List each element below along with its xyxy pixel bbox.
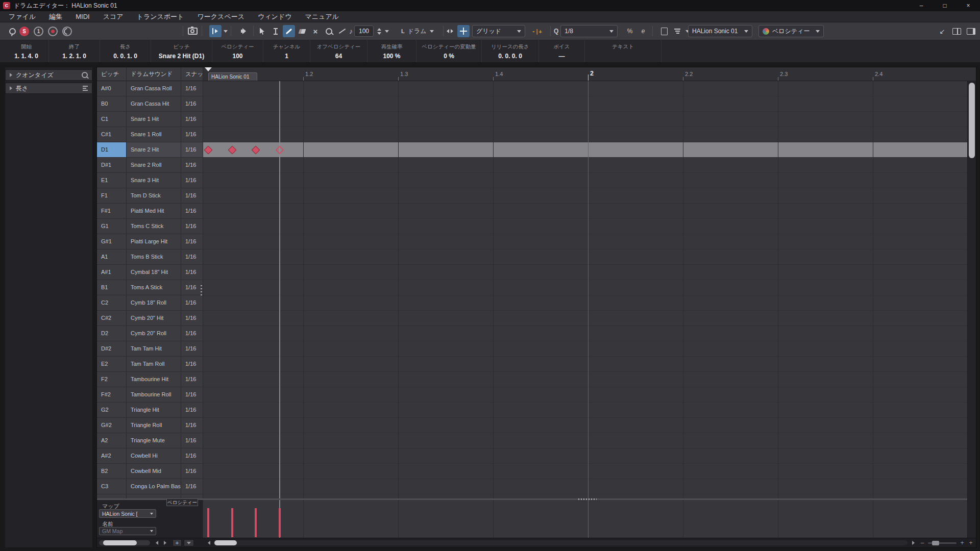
row-grid[interactable] — [203, 173, 967, 188]
row-name[interactable]: Tambourine Roll — [127, 387, 181, 403]
row-name[interactable]: Cowbell Mid — [127, 464, 181, 479]
row-name[interactable]: Cymbal 18" Hit — [127, 265, 181, 280]
window-layout-button[interactable] — [951, 25, 962, 37]
row-grid[interactable] — [203, 81, 967, 96]
row-grid[interactable] — [203, 311, 967, 326]
row-snap[interactable]: 1/16 — [181, 173, 203, 188]
row-name[interactable]: Toms B Stick — [127, 249, 181, 265]
row-snap[interactable]: 1/16 — [181, 448, 203, 464]
hzoom-thumb[interactable] — [932, 541, 939, 545]
grid-type-combo[interactable]: グリッド — [472, 25, 525, 37]
row-snap[interactable]: 1/16 — [181, 326, 203, 341]
range-tool-button[interactable] — [270, 25, 282, 37]
row-name[interactable]: Conga Lo Palm Bass — [127, 479, 181, 494]
menu-item[interactable]: スコア — [96, 11, 130, 22]
pointer-tool-button[interactable] — [256, 25, 268, 37]
line-tool-button[interactable] — [336, 25, 348, 37]
row-grid[interactable] — [203, 326, 967, 341]
row-name[interactable]: Triangle Roll — [127, 418, 181, 433]
row-grid[interactable] — [203, 295, 967, 311]
row-pitch[interactable]: D#1 — [97, 158, 127, 173]
row-name[interactable]: Toms A Stick — [127, 280, 181, 295]
add-lane-button[interactable]: + — [173, 539, 182, 546]
info-field[interactable]: 再生確率100 % — [368, 40, 416, 62]
column-splitter-handle[interactable] — [201, 283, 202, 295]
info-field[interactable]: ベロシティー100 — [212, 40, 263, 62]
auto-scroll-button[interactable] — [209, 25, 222, 37]
row-snap[interactable]: 1/16 — [181, 142, 203, 158]
maximize-button[interactable]: □ — [933, 0, 957, 11]
acoustic-feedback-button[interactable] — [238, 25, 250, 37]
part-selector-combo[interactable]: HALion Sonic 01 — [688, 25, 752, 37]
row-pitch[interactable]: E2 — [97, 357, 127, 372]
row-snap[interactable]: 1/16 — [181, 418, 203, 433]
timeline-ruler[interactable]: HALion Sonic 01 1.21.31.422.22.32.4 — [203, 67, 967, 81]
velocity-dropdown[interactable] — [385, 30, 389, 33]
row-grid[interactable] — [203, 96, 967, 112]
row-grid[interactable] — [203, 142, 967, 158]
row-grid[interactable] — [203, 433, 967, 448]
row-snap[interactable]: 1/16 — [181, 234, 203, 249]
lane-title-badge[interactable]: ベロシティー — [166, 498, 198, 506]
quantize-section[interactable]: クオンタイズ — [5, 69, 92, 81]
menu-item[interactable]: ファイル — [2, 11, 42, 22]
hscroll-right-button[interactable] — [910, 540, 917, 546]
row-pitch[interactable]: C1 — [97, 112, 127, 127]
link-arrows-icon[interactable] — [447, 29, 453, 33]
row-pitch[interactable]: F2 — [97, 372, 127, 387]
row-name[interactable]: Snare 1 Hit — [127, 112, 181, 127]
row-name[interactable]: Toms C Stick — [127, 219, 181, 234]
lane-list-scrollbar[interactable] — [99, 540, 150, 545]
row-pitch[interactable]: F#2 — [97, 387, 127, 403]
row-name[interactable]: Triangle Hit — [127, 403, 181, 418]
row-name[interactable]: Gran Cassa Hit — [127, 96, 181, 112]
row-grid[interactable] — [203, 341, 967, 357]
drumstick-tool-button[interactable] — [283, 25, 295, 37]
row-name[interactable]: Tambourine Hit — [127, 372, 181, 387]
row-name[interactable]: Tam Tam Roll — [127, 357, 181, 372]
row-grid[interactable] — [203, 387, 967, 403]
info-field[interactable]: ボイス— — [539, 40, 585, 62]
row-pitch[interactable]: D2 — [97, 326, 127, 341]
part-name-tab[interactable]: HALion Sonic 01 — [208, 72, 257, 81]
row-grid[interactable] — [203, 265, 967, 280]
row-snap[interactable]: 1/16 — [181, 96, 203, 112]
row-snap[interactable]: 1/16 — [181, 479, 203, 494]
scroll-thumb[interactable] — [103, 540, 137, 545]
zoom-tool-button[interactable] — [323, 25, 335, 37]
insert-velocity-field[interactable]: 100 — [354, 26, 374, 37]
menu-item[interactable]: ウィンドウ — [251, 11, 299, 22]
horizontal-scrollbar[interactable] — [213, 540, 908, 545]
menu-item[interactable]: MIDI — [69, 11, 96, 22]
row-pitch[interactable]: B0 — [97, 96, 127, 112]
info-field[interactable]: オフベロシティー64 — [310, 40, 368, 62]
row-snap[interactable]: 1/16 — [181, 265, 203, 280]
record-in-editor-button[interactable] — [48, 27, 58, 36]
indicate-transpositions-button[interactable]: 1 — [34, 27, 43, 36]
length-section[interactable]: 長さ — [5, 83, 92, 94]
part-start-marker-icon[interactable] — [205, 67, 212, 71]
row-grid[interactable] — [203, 204, 967, 219]
row-pitch[interactable]: D1 — [97, 142, 127, 158]
row-name[interactable]: Cymb 20" Roll — [127, 326, 181, 341]
quantize-preset-combo[interactable]: 1/8 — [560, 25, 618, 37]
row-snap[interactable]: 1/16 — [181, 158, 203, 173]
velocity-stepper[interactable] — [377, 28, 381, 35]
crosshair-button[interactable] — [457, 25, 470, 37]
minimize-button[interactable]: – — [910, 0, 933, 11]
row-pitch[interactable]: G2 — [97, 403, 127, 418]
event-color-combo[interactable]: ベロシティー — [758, 25, 824, 37]
lane-scroll-right-button[interactable] — [161, 540, 168, 546]
info-field[interactable]: リリースの長さ0. 0. 0. 0 — [482, 40, 539, 62]
velocity-bar[interactable] — [231, 508, 233, 537]
row-grid[interactable] — [203, 127, 967, 142]
row-name[interactable]: Cymb 18" Roll — [127, 295, 181, 311]
info-field[interactable]: 長さ0. 0. 1. 0 — [100, 40, 151, 62]
hzoom-out-button[interactable]: – — [919, 539, 926, 546]
map-name-combo[interactable]: GM Map — [99, 527, 156, 535]
hzoom-in-button[interactable]: + — [959, 539, 966, 546]
row-snap[interactable]: 1/16 — [181, 311, 203, 326]
apply-quantize-button[interactable]: % — [625, 25, 635, 37]
row-pitch[interactable]: E1 — [97, 173, 127, 188]
row-grid[interactable] — [203, 219, 967, 234]
